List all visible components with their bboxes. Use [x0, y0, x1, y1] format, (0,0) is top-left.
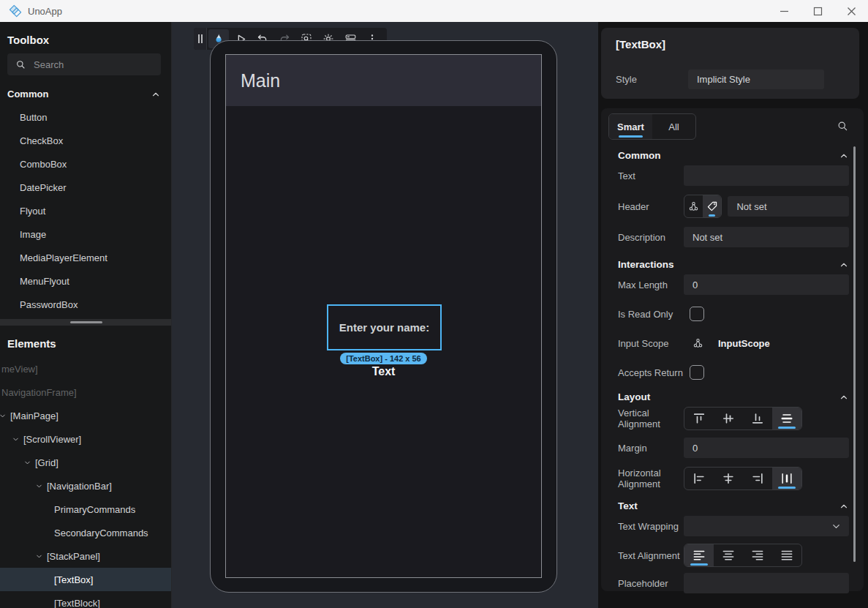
splitter-handle — [70, 321, 102, 323]
tree-item-textblock[interactable]: [TextBlock] — [0, 591, 171, 608]
header-mode-toggle — [684, 195, 722, 218]
tree-item-secondarycommands[interactable]: SecondaryCommands — [0, 521, 171, 544]
textalign-justify-button[interactable] — [772, 544, 801, 566]
tree-item-textbox[interactable]: [TextBox] — [0, 568, 171, 591]
properties-scrollbar[interactable] — [853, 146, 856, 562]
style-label: Style — [616, 74, 688, 85]
max-length-row: Max Length — [618, 274, 849, 295]
properties-search-button[interactable] — [836, 119, 849, 132]
tab-smart[interactable]: Smart — [609, 114, 652, 139]
chevron-down-icon — [831, 521, 842, 532]
tree-item-primarycommands[interactable]: PrimaryCommands — [0, 498, 171, 521]
section-text[interactable]: Text — [618, 500, 849, 511]
tree-item-stackpanel[interactable]: [StackPanel] — [0, 544, 171, 568]
toolbox-item-flyout[interactable]: Flyout — [0, 199, 171, 222]
stretch-vertical-icon — [780, 411, 794, 426]
valign-top-button[interactable] — [684, 408, 714, 429]
chevron-down-icon[interactable] — [0, 412, 10, 420]
properties-tabs: Smart All — [608, 113, 696, 140]
toolbox-item-mediaplayerelement[interactable]: MediaPlayerElement — [0, 246, 171, 269]
text-alignment-group — [684, 544, 802, 567]
search-icon — [15, 59, 26, 70]
section-interactions[interactable]: Interactions — [618, 259, 849, 270]
text-alignment-row: Text Alignment — [618, 544, 849, 567]
style-input[interactable] — [688, 70, 824, 89]
textalign-right-button[interactable] — [743, 544, 772, 566]
tree-item-mainpage[interactable]: [MainPage] — [0, 404, 171, 427]
chevron-up-icon[interactable] — [839, 260, 849, 270]
input-scope-row: Input Scope InputScope — [618, 333, 849, 353]
titlebar: UnoApp — [0, 0, 868, 22]
toolbox-item-datepicker[interactable]: DatePicker — [0, 176, 171, 199]
halign-right-button[interactable] — [743, 468, 772, 489]
horizontal-alignment-group — [684, 467, 802, 490]
valign-center-button[interactable] — [714, 408, 743, 429]
toolbox-item-passwordbox[interactable]: PasswordBox — [0, 293, 171, 316]
max-length-input[interactable] — [684, 274, 849, 295]
minimize-button[interactable] — [767, 0, 801, 22]
textalign-left-button[interactable] — [684, 544, 714, 566]
toolbox-section-common[interactable]: Common — [0, 78, 171, 105]
text-property-row: Text — [618, 165, 849, 186]
chevron-up-icon[interactable] — [151, 89, 161, 100]
accepts-return-row: Accepts Return — [618, 362, 849, 383]
margin-row: Margin — [618, 438, 849, 458]
toolbox-item-menuflyout[interactable]: MenuFlyout — [0, 269, 171, 293]
halign-left-button[interactable] — [684, 468, 714, 489]
toolbox-search[interactable] — [7, 53, 161, 75]
align-top-icon — [692, 411, 706, 426]
is-read-only-row: Is Read Only — [618, 304, 849, 324]
input-scope-value[interactable]: InputScope — [718, 338, 770, 349]
tag-icon — [706, 200, 719, 213]
placeholder-input[interactable] — [684, 573, 849, 593]
margin-input[interactable] — [684, 438, 849, 458]
vertical-alignment-group — [684, 407, 802, 430]
toolbox-item-image[interactable]: Image — [0, 222, 171, 246]
maximize-button[interactable] — [801, 0, 834, 22]
tree-item-navigationbar[interactable]: [NavigationBar] — [0, 474, 171, 498]
tree-item-grid[interactable]: [Grid] — [0, 451, 171, 474]
binding-mode-button[interactable] — [684, 195, 703, 217]
tree-item-navigationframe[interactable]: NavigationFrame] — [0, 380, 171, 404]
toolbox-item-checkbox[interactable]: CheckBox — [0, 129, 171, 152]
chevron-down-icon[interactable] — [19, 459, 35, 467]
halign-center-button[interactable] — [714, 468, 743, 489]
chevron-up-icon[interactable] — [839, 392, 849, 402]
selected-element-card: [TextBox] Style — [601, 28, 859, 99]
chevron-down-icon[interactable] — [31, 482, 47, 490]
toolbar-drag-grip[interactable] — [194, 28, 207, 50]
elements-title: Elements — [0, 326, 171, 357]
sidebar-splitter[interactable] — [0, 319, 171, 326]
section-common[interactable]: Common — [618, 150, 849, 161]
chevron-up-icon[interactable] — [839, 151, 849, 161]
textblock-element[interactable]: Text — [226, 365, 541, 378]
textalign-center-button[interactable] — [714, 544, 743, 566]
halign-stretch-button[interactable] — [772, 468, 801, 489]
section-layout[interactable]: Layout — [618, 391, 849, 402]
valign-stretch-button[interactable] — [772, 408, 801, 429]
header-value[interactable]: Not set — [728, 196, 849, 217]
align-bottom-icon — [750, 411, 765, 426]
tree-item-scrollviewer[interactable]: [ScrollViewer] — [0, 427, 171, 451]
selected-textbox[interactable]: Enter your name: — [327, 304, 442, 350]
text-wrapping-dropdown[interactable] — [684, 516, 849, 536]
toolbox-item-combobox[interactable]: ComboBox — [0, 152, 171, 176]
device-frame: Main Enter your name: [TextBox] - 142 x … — [210, 40, 557, 593]
toolbox-title: Toolbox — [0, 22, 171, 53]
tree-item-frameview[interactable]: meView] — [0, 357, 171, 380]
chevron-down-icon[interactable] — [31, 552, 47, 560]
text-input[interactable] — [684, 165, 849, 186]
tab-all[interactable]: All — [652, 114, 695, 139]
valign-bottom-button[interactable] — [743, 408, 772, 429]
close-button[interactable] — [834, 0, 868, 22]
literal-mode-button[interactable] — [703, 195, 721, 217]
description-value[interactable]: Not set — [684, 227, 849, 247]
uno-logo-icon — [9, 4, 22, 18]
chevron-up-icon[interactable] — [839, 501, 849, 511]
accepts-return-checkbox[interactable] — [690, 365, 704, 380]
toolbox-search-input[interactable] — [34, 59, 136, 70]
horizontal-alignment-row: Horizontal Alignment — [618, 467, 849, 490]
toolbox-item-button[interactable]: Button — [0, 105, 171, 129]
is-read-only-checkbox[interactable] — [690, 307, 704, 321]
chevron-down-icon[interactable] — [7, 435, 23, 443]
